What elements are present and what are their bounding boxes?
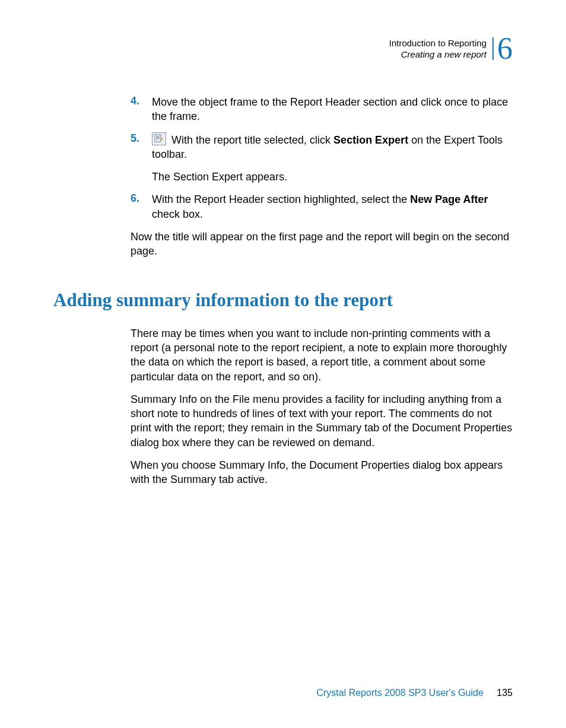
step-text: With the Report Header section highlight…	[152, 192, 513, 221]
step-text: With the report title selected, click Se…	[152, 132, 513, 162]
step-5-bold: Section Expert	[333, 134, 408, 146]
step-5-result: The Section Expert appears.	[152, 170, 513, 184]
chapter-number: 6	[497, 33, 513, 64]
page-footer: Crystal Reports 2008 SP3 User's Guide 13…	[316, 688, 513, 698]
step-number: 4.	[131, 95, 152, 124]
paragraph: There may be times when you want to incl…	[131, 326, 513, 384]
section-body: There may be times when you want to incl…	[131, 326, 513, 487]
step-number: 6.	[131, 192, 152, 221]
step-6-post: check box.	[152, 208, 203, 220]
step-4: 4. Move the object frame to the Report H…	[131, 95, 513, 124]
chapter-title: Introduction to Reporting	[389, 37, 486, 49]
page-header: Introduction to Reporting Creating a new…	[53, 33, 513, 64]
footer-page-number: 135	[497, 688, 513, 698]
paragraph: When you choose Summary Info, the Docume…	[131, 458, 513, 487]
step-6-pre: With the Report Header section highlight…	[152, 193, 410, 205]
step-6-bold: New Page After	[410, 193, 488, 205]
footer-guide-name: Crystal Reports 2008 SP3 User's Guide	[316, 688, 483, 698]
section-expert-icon	[152, 132, 166, 145]
paragraph: Summary Info on the File menu provides a…	[131, 392, 513, 450]
step-text: Move the object frame to the Report Head…	[152, 95, 513, 124]
step-6: 6. With the Report Header section highli…	[131, 192, 513, 221]
svg-rect-0	[155, 135, 161, 142]
content-block: 4. Move the object frame to the Report H…	[131, 95, 513, 221]
header-divider	[492, 37, 494, 60]
step-number: 5.	[131, 132, 152, 162]
section-heading: Adding summary information to the report	[53, 290, 513, 311]
page: Introduction to Reporting Creating a new…	[0, 0, 566, 728]
after-steps-paragraph: Now the title will appear on the first p…	[131, 230, 513, 259]
section-subtitle: Creating a new report	[389, 49, 486, 61]
header-text: Introduction to Reporting Creating a new…	[389, 37, 486, 61]
step-5: 5. With the report title selected, click…	[131, 132, 513, 162]
step-5-pre: With the report title selected, click	[168, 134, 333, 146]
svg-marker-4	[161, 137, 163, 141]
